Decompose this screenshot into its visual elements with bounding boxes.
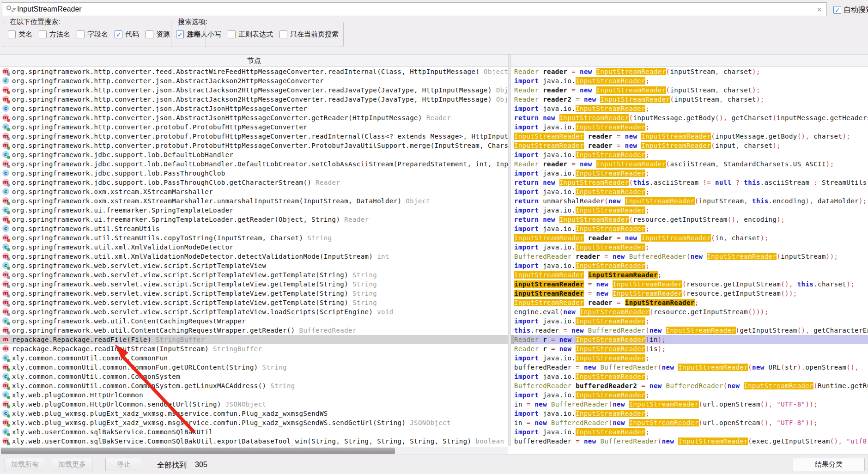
code-line[interactable]: InputStreamReader reader = inputStreamRe…: [511, 298, 868, 307]
code-line[interactable]: InputStreamReader reader = new InputStre…: [511, 132, 868, 141]
tree-row[interactable]: morg.springframework.oxm.xstream.XStream…: [0, 196, 508, 206]
load-all-button[interactable]: 加载所有: [5, 458, 45, 471]
load-more-button[interactable]: 加载更多: [52, 458, 92, 471]
scope-checkbox[interactable]: [77, 30, 85, 38]
tree-row[interactable]: morg.springframework.http.converter.prot…: [0, 141, 508, 150]
tree-row[interactable]: corg.springframework.web.util.ContentCac…: [0, 316, 508, 326]
code-line[interactable]: import java.io.InputStreamReader;: [511, 104, 868, 113]
code-line[interactable]: import java.io.InputStreamReader;: [511, 169, 868, 178]
code-line[interactable]: return new InputStreamReader(resource.ge…: [511, 215, 868, 224]
search-option-option[interactable]: 忽略大小写: [176, 30, 221, 39]
auto-search-checkbox[interactable]: [833, 6, 841, 14]
auto-search-option[interactable]: 自动搜索: [833, 5, 868, 15]
code-line[interactable]: BufferedReader reader = new BufferedRead…: [511, 252, 868, 261]
tree-row[interactable]: corg.springframework.util.StreamUtils: [0, 224, 508, 233]
search-option-checkbox[interactable]: [279, 30, 287, 38]
tree-row[interactable]: mxly.web.plugCommon.HttpUrlCommon.sendGe…: [0, 400, 508, 409]
tree-row[interactable]: cxly.common.commonUtil.common.CommonSyst…: [0, 372, 508, 381]
tree-row[interactable]: corg.springframework.oxm.xstream.XStream…: [0, 187, 508, 196]
search-option-checkbox[interactable]: [228, 30, 236, 38]
code-line[interactable]: return unmarshalReader(new InputStreamRe…: [511, 196, 868, 206]
code-line[interactable]: Reader reader2 = new InputStreamReader(i…: [511, 95, 868, 104]
tree-row[interactable]: morg.springframework.http.converter.json…: [0, 95, 508, 104]
tree-row[interactable]: mxly.common.commonUtil.common.CommonSyst…: [0, 381, 508, 390]
code-line[interactable]: Reader r = new InputStreamReader(is);: [511, 344, 868, 353]
code-line[interactable]: in = new BufferedReader(new InputStreamR…: [511, 418, 868, 427]
code-line[interactable]: import java.io.InputStreamReader;: [511, 409, 868, 418]
tree-row[interactable]: cxly.web.userCommon.sqlBakService.Common…: [0, 427, 508, 437]
tree-row[interactable]: morg.springframework.http.converter.json…: [0, 113, 508, 122]
tree-row[interactable]: morg.springframework.ui.freemarker.Sprin…: [0, 215, 508, 224]
code-line[interactable]: import java.io.InputStreamReader;: [511, 76, 868, 85]
tree-row[interactable]: corg.springframework.util.xml.XmlValidat…: [0, 243, 508, 252]
tree-row-selected[interactable]: mrepackage.Repackage.readFile(File) Stri…: [0, 335, 508, 344]
code-line[interactable]: import java.io.InputStreamReader;: [511, 427, 868, 437]
search-query-text[interactable]: InputStreamReader: [17, 5, 817, 13]
tree-row[interactable]: morg.springframework.jdbc.support.lob.Pa…: [0, 178, 508, 187]
code-line[interactable]: Reader reader = new InputStreamReader(as…: [511, 159, 868, 169]
tree-row[interactable]: morg.springframework.http.converter.feed…: [0, 67, 508, 76]
stop-button[interactable]: 停止: [105, 458, 142, 471]
tree-row[interactable]: morg.springframework.web.servlet.view.sc…: [0, 289, 508, 298]
tree-row[interactable]: cxly.web.plug_wxmsg.plugExt_xadz_wxmsg.m…: [0, 409, 508, 418]
tree-row[interactable]: corg.springframework.web.servlet.view.sc…: [0, 261, 508, 270]
clear-search-icon[interactable]: ×: [817, 5, 822, 14]
code-line[interactable]: in = new BufferedReader(new InputStreamR…: [511, 400, 868, 409]
code-line[interactable]: bufferedReader = new BufferedReader(new …: [511, 437, 868, 446]
tree-horizontal-scrollbar[interactable]: [0, 447, 508, 454]
tree-row[interactable]: corg.springframework.ui.freemarker.Sprin…: [0, 206, 508, 215]
scope-checkbox[interactable]: [115, 30, 122, 38]
code-line[interactable]: import java.io.InputStreamReader;: [511, 243, 868, 252]
search-option-checkbox[interactable]: [176, 30, 184, 38]
search-input[interactable]: InputStreamReader ×: [2, 2, 827, 16]
code-line[interactable]: inputStreamReader = new InputStreamReade…: [511, 280, 868, 289]
tree-row[interactable]: mxly.web.plug_wxmsg.plugExt_xadz_wxmsg.m…: [0, 418, 508, 427]
code-line[interactable]: import java.io.InputStreamReader;: [511, 261, 868, 270]
tree-row[interactable]: mxly.web.userCommon.sqlBakService.Common…: [0, 437, 508, 446]
tree-row[interactable]: corg.springframework.jdbc.support.lob.Pa…: [0, 169, 508, 178]
code-line[interactable]: InputStreamReader inputStreamReader;: [511, 270, 868, 280]
tree-row[interactable]: morg.springframework.http.converter.json…: [0, 85, 508, 95]
code-line[interactable]: import java.io.InputStreamReader;: [511, 224, 868, 233]
search-icon[interactable]: [5, 4, 15, 14]
tree-header-node[interactable]: 节点: [0, 55, 508, 67]
tree-row[interactable]: cxly.web.plugCommon.HttpUrlCommon: [0, 390, 508, 400]
search-option-option[interactable]: 只在当前页搜索: [279, 30, 339, 39]
tree-row[interactable]: morg.springframework.web.servlet.view.sc…: [0, 307, 508, 316]
scrollbar-thumb[interactable]: [1, 448, 395, 454]
tree-row[interactable]: morg.springframework.http.converter.prot…: [0, 132, 508, 141]
search-option-option[interactable]: 正则表达式: [228, 30, 273, 39]
code-line[interactable]: import java.io.InputStreamReader;: [511, 187, 868, 196]
scope-option[interactable]: 资源: [146, 30, 170, 39]
tree-row[interactable]: morg.springframework.web.util.ContentCac…: [0, 326, 508, 335]
code-line[interactable]: InputStreamReader reader = new InputStre…: [511, 233, 868, 243]
tree-row[interactable]: morg.springframework.util.StreamUtils.co…: [0, 233, 508, 243]
code-line[interactable]: import java.io.InputStreamReader;: [511, 390, 868, 400]
tree-row[interactable]: morg.springframework.web.servlet.view.sc…: [0, 298, 508, 307]
code-line[interactable]: InputStreamReader reader = new InputStre…: [511, 141, 868, 150]
tree-row[interactable]: cxly.common.commonUtil.common.CommonFun: [0, 353, 508, 363]
tree-row[interactable]: corg.springframework.jdbc.support.lob.De…: [0, 150, 508, 159]
code-line[interactable]: import java.io.InputStreamReader;: [511, 353, 868, 363]
code-line[interactable]: import java.io.InputStreamReader;: [511, 316, 868, 326]
code-line[interactable]: Reader reader = new InputStreamReader(in…: [511, 67, 868, 76]
scope-option[interactable]: 字段名: [77, 30, 108, 39]
code-line[interactable]: import java.io.InputStreamReader;: [511, 206, 868, 215]
code-line-selected[interactable]: Reader r = new InputStreamReader(in);: [511, 335, 868, 344]
scope-checkbox[interactable]: [39, 30, 47, 38]
code-line[interactable]: BufferedReader bufferedReader2 = new Buf…: [511, 381, 868, 390]
tree-row[interactable]: mrepackage.Repackage.readInputStream(Inp…: [0, 344, 508, 353]
classify-results-button[interactable]: 结果分类: [793, 458, 865, 471]
code-line[interactable]: return new InputStreamReader(this.asciiS…: [511, 178, 868, 187]
tree-row[interactable]: morg.springframework.jdbc.support.lob.De…: [0, 159, 508, 169]
scope-option[interactable]: 方法名: [39, 30, 70, 39]
code-line[interactable]: engine.eval(new InputStreamReader(resour…: [511, 307, 868, 316]
scope-checkbox[interactable]: [8, 30, 16, 38]
scope-checkbox[interactable]: [146, 30, 153, 38]
tree-row[interactable]: corg.springframework.http.converter.prot…: [0, 122, 508, 132]
tree-row[interactable]: morg.springframework.web.servlet.view.sc…: [0, 270, 508, 280]
tree-row[interactable]: corg.springframework.http.converter.json…: [0, 104, 508, 113]
code-line[interactable]: return new InputStreamReader(inputMessag…: [511, 113, 868, 122]
scope-option[interactable]: 代码: [115, 30, 139, 39]
tree-row[interactable]: mxly.common.commonUtil.common.CommonFun.…: [0, 363, 508, 372]
